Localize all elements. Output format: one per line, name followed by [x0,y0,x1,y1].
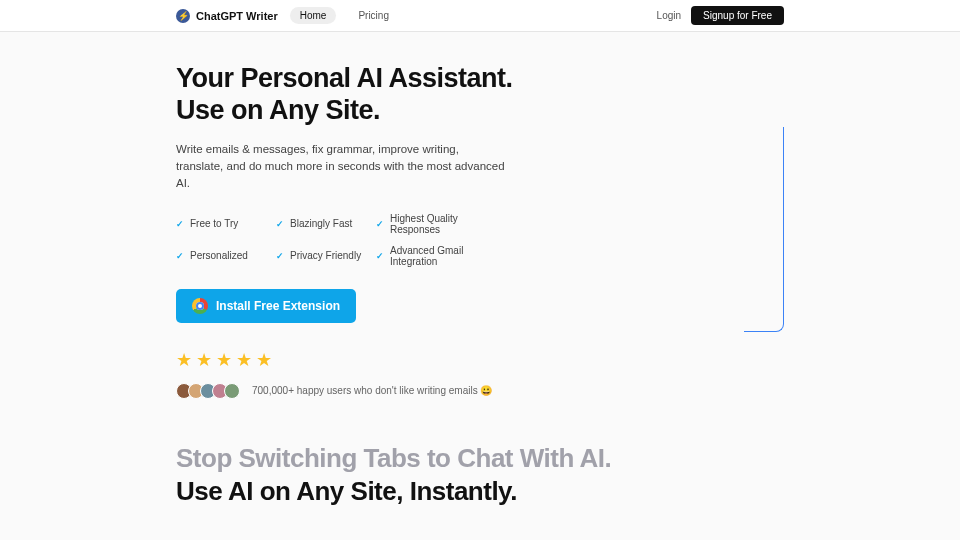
zendesk-icon [396,537,426,540]
brand-logos [176,537,784,540]
logo-icon: ⚡ [176,9,190,23]
hero-title: Your Personal AI Assistant. Use on Any S… [176,62,784,127]
social-proof-text: 700,000+ happy users who don't like writ… [252,385,492,396]
linkedin-icon [257,537,287,540]
section2-line2: Use AI on Any Site, Instantly. [176,476,784,507]
facebook-icon [534,537,564,540]
install-extension-button[interactable]: Install Free Extension [176,289,356,323]
star-icon: ★ [256,349,272,371]
brand-name: ChatGPT Writer [196,10,278,22]
feature-item: ✓Blazingly Fast [276,213,376,235]
feature-item: ✓Privacy Friendly [276,245,376,267]
section-switching: Stop Switching Tabs to Chat With AI. Use… [0,399,960,540]
hero-title-line1: Your Personal AI Assistant. [176,63,513,93]
nav-pricing[interactable]: Pricing [348,7,399,24]
star-icon: ★ [216,349,232,371]
instagram-icon [742,537,772,540]
feature-item: ✓Free to Try [176,213,276,235]
check-icon: ✓ [276,219,284,229]
outlook-icon [188,537,218,540]
social-proof: 700,000+ happy users who don't like writ… [176,383,784,399]
check-icon: ✓ [376,251,384,261]
x-twitter-icon [327,537,357,540]
check-icon: ✓ [176,219,184,229]
chrome-icon [192,298,208,314]
intercom-icon [465,537,495,540]
star-icon: ★ [236,349,252,371]
user-avatars [176,383,240,399]
nav-home[interactable]: Home [290,7,337,24]
feature-item: ✓Highest Quality Responses [376,213,506,235]
header-right: Login Signup for Free [657,6,784,25]
feature-item: ✓Advanced Gmail Integration [376,245,506,267]
demo-card-edge [744,127,784,332]
avatar [224,383,240,399]
hero-subtitle: Write emails & messages, fix grammar, im… [176,141,506,193]
check-icon: ✓ [176,251,184,261]
check-icon: ✓ [376,219,384,229]
section2-line1: Stop Switching Tabs to Chat With AI. [176,443,784,474]
star-rating: ★ ★ ★ ★ ★ [176,349,784,371]
signup-button[interactable]: Signup for Free [691,6,784,25]
feature-item: ✓Personalized [176,245,276,267]
star-icon: ★ [196,349,212,371]
feature-list: ✓Free to Try ✓Blazingly Fast ✓Highest Qu… [176,213,784,267]
slack-icon [673,537,703,540]
hero-section: Your Personal AI Assistant. Use on Any S… [0,32,960,399]
site-header: ⚡ ChatGPT Writer Home Pricing Login Sign… [0,0,960,32]
cta-label: Install Free Extension [216,299,340,313]
check-icon: ✓ [276,251,284,261]
login-link[interactable]: Login [657,10,681,21]
hero-title-line2: Use on Any Site. [176,94,784,126]
brand-logo[interactable]: ⚡ ChatGPT Writer [176,9,278,23]
google-docs-icon [604,537,634,540]
star-icon: ★ [176,349,192,371]
header-left: ⚡ ChatGPT Writer Home Pricing [176,7,399,24]
